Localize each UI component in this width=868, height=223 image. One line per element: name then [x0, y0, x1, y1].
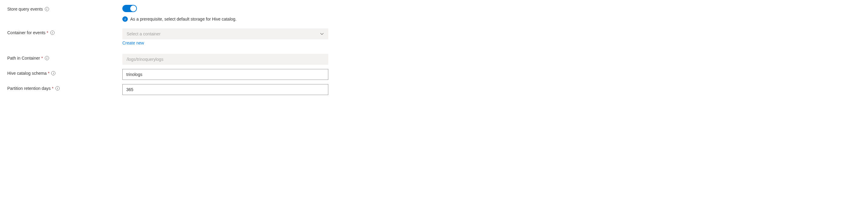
- hive-catalog-schema-input[interactable]: [122, 69, 328, 80]
- create-new-link[interactable]: Create new: [122, 40, 144, 45]
- control-col: [122, 84, 328, 95]
- hive-catalog-schema-label: Hive catalog schema: [7, 71, 46, 76]
- partition-retention-days-input[interactable]: [122, 84, 328, 95]
- container-for-events-label: Container for events: [7, 30, 45, 35]
- control-col: Select a container Create new: [122, 28, 328, 45]
- control-col: [122, 69, 328, 80]
- store-query-events-label: Store query events: [7, 7, 43, 11]
- control-col: /logs/trinoquerylogs: [122, 54, 328, 65]
- info-icon[interactable]: i: [50, 31, 55, 35]
- info-icon[interactable]: i: [45, 7, 49, 11]
- info-solid-icon: i: [122, 17, 128, 22]
- info-icon[interactable]: i: [55, 86, 60, 91]
- label-col: Partition retention days * i: [7, 84, 122, 91]
- label-col: Hive catalog schema * i: [7, 69, 122, 76]
- store-query-events-toggle[interactable]: [122, 5, 137, 12]
- partition-retention-days-label: Partition retention days: [7, 86, 51, 91]
- select-placeholder: Select a container: [127, 31, 160, 36]
- store-query-events-row: Store query events i i As a prerequisite…: [7, 5, 861, 22]
- required-indicator: *: [46, 30, 48, 35]
- required-indicator: *: [41, 56, 43, 61]
- label-col: Store query events i: [7, 5, 122, 11]
- partition-retention-days-row: Partition retention days * i: [7, 84, 861, 95]
- hive-catalog-schema-row: Hive catalog schema * i: [7, 69, 861, 80]
- info-icon[interactable]: i: [45, 56, 49, 60]
- info-icon[interactable]: i: [51, 71, 55, 75]
- container-for-events-row: Container for events * i Select a contai…: [7, 28, 861, 45]
- path-in-container-input[interactable]: /logs/trinoquerylogs: [122, 54, 328, 65]
- label-col: Container for events * i: [7, 28, 122, 35]
- toggle-knob: [130, 5, 136, 11]
- helper-row: i As a prerequisite, select default stor…: [122, 17, 328, 22]
- path-in-container-label: Path in Container: [7, 56, 40, 61]
- container-for-events-select[interactable]: Select a container: [122, 28, 328, 39]
- required-indicator: *: [48, 71, 50, 76]
- chevron-down-icon: [320, 32, 324, 36]
- required-indicator: *: [52, 86, 53, 91]
- store-query-events-helper: As a prerequisite, select default storag…: [130, 17, 237, 22]
- input-placeholder: /logs/trinoquerylogs: [127, 57, 163, 62]
- path-in-container-row: Path in Container * i /logs/trinoquerylo…: [7, 54, 861, 65]
- control-col: i As a prerequisite, select default stor…: [122, 5, 328, 22]
- label-col: Path in Container * i: [7, 54, 122, 61]
